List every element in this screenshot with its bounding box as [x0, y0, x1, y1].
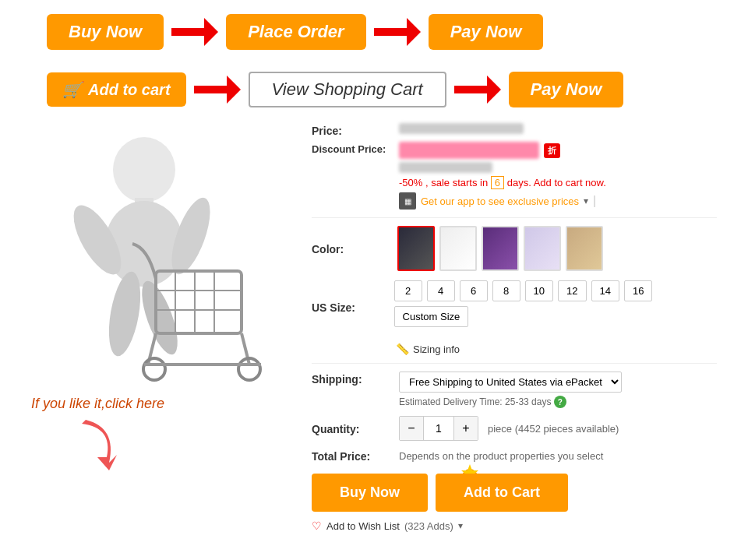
custom-size-button[interactable]: Custom Size: [394, 306, 469, 327]
svg-point-6: [135, 277, 185, 359]
quantity-label: Quantity:: [312, 421, 390, 435]
color-row: Color:: [312, 226, 717, 271]
sale-text: -50% , sale starts in 6 days. Add to car…: [399, 176, 717, 189]
main-area: If you like it,click here Price: Discoun…: [0, 115, 748, 540]
color-label: Color:: [312, 241, 390, 255]
color-swatch-black[interactable]: [397, 226, 435, 271]
arrow-2-icon: [374, 18, 421, 46]
size-6-button[interactable]: 6: [460, 280, 488, 301]
arrow-3-icon: [194, 76, 241, 104]
discount-badge: 折: [544, 143, 560, 158]
arrow-4-icon: [454, 76, 501, 104]
wishlist-dropdown-icon[interactable]: ▾: [458, 520, 463, 531]
quantity-available-text: piece (4452 pieces available): [488, 423, 619, 435]
quantity-increase-button[interactable]: +: [454, 417, 478, 440]
size-8-button[interactable]: 8: [492, 280, 520, 301]
discount-label: Discount Price:: [312, 142, 390, 155]
right-panel: Price: Discount Price: 折 -50% , sale sta…: [296, 115, 732, 540]
quantity-input[interactable]: [423, 417, 454, 440]
place-order-banner-button[interactable]: Place Order: [226, 14, 366, 50]
cart-icon: 🛒: [62, 80, 82, 99]
top-banner: Buy Now Place Order Pay Now: [0, 0, 748, 64]
size-row: US Size: 2 4 6 8 10 12 14 16 Custom Size: [312, 280, 717, 333]
price-value: [399, 123, 717, 137]
price-blurred: [399, 123, 524, 134]
click-here-text: If you like it,click here: [23, 396, 288, 412]
shopping-cart-figure: [23, 123, 265, 388]
quantity-row: Quantity: − + piece (4452 pieces availab…: [312, 416, 717, 441]
shipping-value: Free Shipping to United States via ePack…: [399, 372, 622, 408]
color-swatch-lavender[interactable]: [524, 226, 561, 271]
add-to-cart-button[interactable]: Add to Cart: [436, 474, 568, 512]
shipping-label: Shipping:: [312, 372, 390, 386]
discount-blurred: [399, 142, 539, 159]
add-to-cart-banner-button[interactable]: 🛒 Add to cart: [47, 72, 186, 107]
color-swatch-purple[interactable]: [482, 226, 519, 271]
action-buttons: Buy Now Add to Cart: [312, 474, 717, 512]
shipping-row: Shipping: Free Shipping to United States…: [312, 372, 717, 408]
size-2-button[interactable]: 2: [394, 280, 422, 301]
size-12-button[interactable]: 12: [558, 280, 586, 301]
price-label: Price:: [312, 123, 390, 137]
discount-value: 折 -50% , sale starts in 6 days. Add to c…: [399, 142, 717, 210]
buy-now-button[interactable]: Buy Now: [312, 474, 428, 512]
sale-days-box: 6: [491, 176, 504, 189]
left-panel: If you like it,click here: [16, 115, 296, 540]
quantity-control: − +: [399, 416, 478, 441]
pay-now-cart-button[interactable]: Pay Now: [509, 72, 624, 107]
total-price-row: Total Price: Depends on the product prop…: [312, 449, 717, 463]
cart-banner: 🛒 Add to cart View Shopping Cart Pay Now: [0, 64, 748, 115]
total-price-label: Total Price:: [312, 449, 390, 463]
size-label: US Size:: [312, 300, 386, 314]
arrow-1-icon: [171, 18, 218, 46]
quantity-decrease-button[interactable]: −: [400, 417, 423, 440]
qr-icon: ▦: [399, 192, 416, 210]
wishlist-label: Add to Wish List: [326, 520, 400, 532]
wishlist-count: (323 Adds): [404, 520, 453, 532]
down-arrow-icon: [70, 412, 132, 474]
ruler-icon: 📏: [396, 343, 409, 355]
view-cart-button[interactable]: View Shopping Cart: [249, 72, 446, 107]
size-16-button[interactable]: 16: [624, 280, 652, 301]
heart-icon: ♡: [312, 519, 322, 532]
app-promo-text[interactable]: Get our app to see exclusive prices: [421, 195, 579, 207]
price-row: Price:: [312, 123, 717, 137]
svg-point-15: [143, 358, 165, 380]
size-4-button[interactable]: 4: [427, 280, 455, 301]
sizing-info-link[interactable]: 📏 Sizing info: [396, 343, 717, 355]
delivery-help-icon[interactable]: ?: [554, 396, 566, 408]
sub-price-blurred: [399, 162, 492, 173]
svg-point-2: [105, 201, 183, 287]
pay-now-banner-button[interactable]: Pay Now: [429, 14, 544, 50]
size-10-button[interactable]: 10: [525, 280, 553, 301]
app-promo-row: ▦ Get our app to see exclusive prices ▾ …: [399, 192, 717, 210]
svg-point-0: [113, 137, 175, 203]
shipping-select[interactable]: Free Shipping to United States via ePack…: [399, 372, 622, 393]
total-price-value: Depends on the product properties you se…: [399, 450, 603, 462]
size-14-button[interactable]: 14: [591, 280, 619, 301]
delivery-text: Estimated Delivery Time: 25-33 days ?: [399, 396, 622, 408]
color-swatch-white[interactable]: [439, 226, 477, 271]
discount-price-row: Discount Price: 折 -50% , sale starts in …: [312, 142, 717, 210]
color-swatch-champagne[interactable]: [566, 226, 603, 271]
wishlist-row[interactable]: ♡ Add to Wish List (323 Adds) ▾: [312, 519, 717, 532]
size-buttons: 2 4 6 8 10 12 14 16 Custom Size: [394, 280, 717, 327]
buy-now-banner-button[interactable]: Buy Now: [47, 14, 164, 50]
